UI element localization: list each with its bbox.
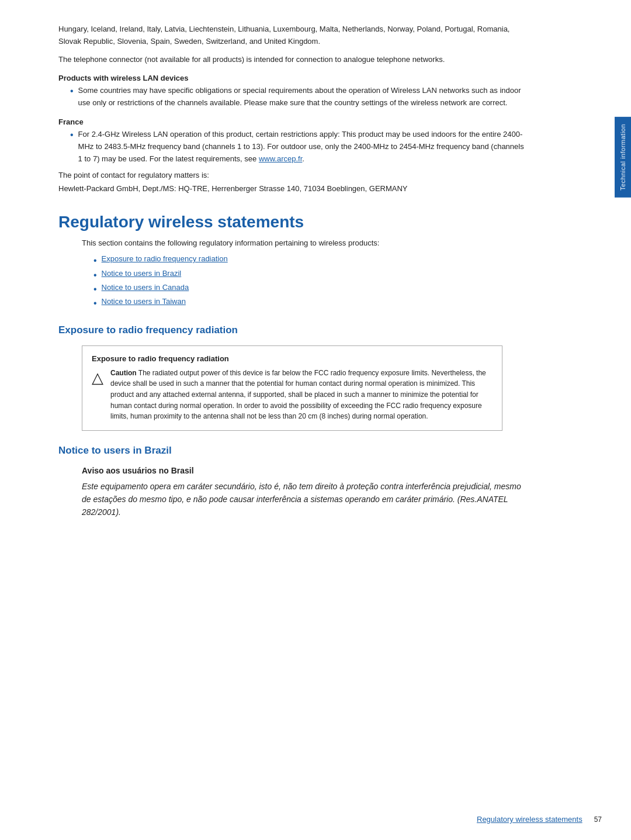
caution-text: Caution The radiated output power of thi… (110, 368, 493, 422)
footer: Regulatory wireless statements 57 (477, 815, 602, 824)
technical-information-tab: Technical information (615, 117, 631, 198)
products-heading: Products with wireless LAN devices (58, 74, 526, 82)
toc-link-canada[interactable]: Notice to users in Canada (102, 283, 189, 292)
caution-body: The radiated output power of this device… (110, 369, 486, 420)
hewlett-address: Hewlett-Packard GmbH, Dept./MS: HQ-TRE, … (58, 183, 526, 195)
brazil-heading: Notice to users in Brazil (58, 445, 526, 457)
toc-item-2: • Notice to users in Canada (93, 283, 526, 296)
products-bullet-text: Some countries may have specific obligat… (78, 85, 526, 109)
toc-item-3: • Notice to users in Taiwan (93, 297, 526, 310)
caution-triangle-icon: △ (92, 369, 103, 387)
toc-bullet-1: • (93, 269, 97, 282)
products-bullet-item: • Some countries may have specific oblig… (70, 85, 526, 109)
toc-item-0: • Exposure to radio frequency radiation (93, 254, 526, 267)
footer-regulatory-link[interactable]: Regulatory wireless statements (477, 815, 583, 824)
caution-box-title: Exposure to radio frequency radiation (92, 354, 493, 363)
toc-link-exposure[interactable]: Exposure to radio frequency radiation (102, 254, 228, 263)
toc-link-taiwan[interactable]: Notice to users in Taiwan (102, 297, 186, 306)
caution-label: Caution (110, 369, 137, 377)
france-bullet-text: For 2.4-GHz Wireless LAN operation of th… (78, 129, 526, 165)
bullet-icon-france: • (70, 129, 74, 141)
toc-item-1: • Notice to users in Brazil (93, 269, 526, 282)
telephone-text: The telephone connector (not available f… (58, 54, 526, 66)
toc-bullet-2: • (93, 283, 97, 296)
point-of-contact-text: The point of contact for regulatory matt… (58, 171, 526, 179)
bullet-icon: • (70, 85, 74, 98)
exposure-heading: Exposure to radio frequency radiation (58, 324, 526, 336)
countries-text: Hungary, Iceland, Ireland, Italy, Latvia… (58, 23, 526, 48)
page-number: 57 (594, 815, 602, 824)
france-heading: France (58, 117, 526, 126)
main-content: Hungary, Iceland, Ireland, Italy, Latvia… (0, 0, 573, 840)
toc-bullet-3: • (93, 297, 97, 310)
caution-inner: △ Caution The radiated output power of t… (92, 368, 493, 422)
toc-bullet-0: • (93, 254, 97, 267)
france-bullet-item: • For 2.4-GHz Wireless LAN operation of … (70, 129, 526, 165)
toc-link-brazil[interactable]: Notice to users in Brazil (102, 269, 182, 278)
regulatory-intro-text: This section contains the following regu… (82, 238, 526, 247)
caution-box: Exposure to radio frequency radiation △ … (82, 345, 502, 431)
aviso-text: Este equipamento opera em caráter secund… (82, 480, 526, 519)
aviso-title: Aviso aos usuários no Brasil (82, 466, 526, 475)
toc-list: • Exposure to radio frequency radiation … (93, 254, 526, 310)
regulatory-section-title: Regulatory wireless statements (58, 213, 526, 231)
arcep-link[interactable]: www.arcep.fr (259, 154, 302, 163)
